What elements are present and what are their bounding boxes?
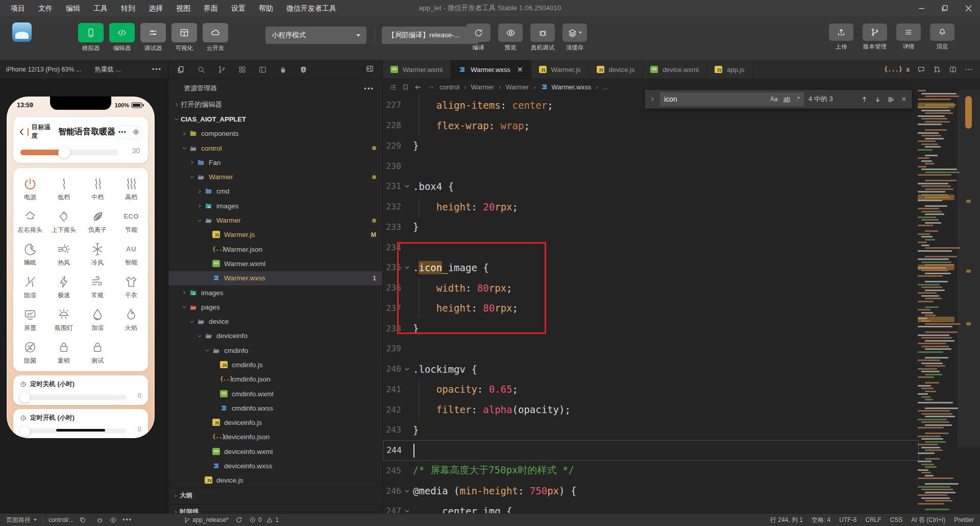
tree-item-fan[interactable]: Fan [168,155,382,170]
files-icon[interactable] [177,65,185,74]
problems-indicator[interactable]: 0 1 [249,516,279,523]
tree-item-cmd[interactable]: cmd [168,184,382,199]
breadcrumb-item-2[interactable]: Warmer [505,83,529,91]
match-case-icon[interactable]: Aa [770,95,778,103]
code-line-231[interactable]: 231 .box4 { [383,176,919,197]
close-find-icon[interactable] [900,95,908,103]
function-button-12[interactable]: 除湿 [13,271,47,303]
function-button-11[interactable]: AU 智能 [114,238,148,271]
preview-button[interactable] [498,23,523,42]
tree-item-deviceinfo-wxss[interactable]: deviceinfo.wxss [168,459,382,473]
maximize-icon[interactable] [933,0,957,16]
menu-item-6[interactable]: 视图 [169,0,197,16]
extensions-icon[interactable] [238,65,247,74]
page-path-dropdown[interactable]: 页面路径 [6,516,37,524]
status-item-6[interactable]: Prettier [954,516,974,523]
code-line-228[interactable]: 228 flex-wrap: wrap; [383,115,919,136]
sync-icon[interactable] [235,516,242,523]
menu-item-7[interactable]: 界面 [197,0,225,16]
find-in-selection-icon[interactable] [887,95,895,103]
function-button-6[interactable]: 负离子 [81,205,114,238]
slider-thumb[interactable] [19,392,30,403]
device-debug-button[interactable] [530,23,555,42]
close-icon[interactable] [957,0,980,16]
debugger-button[interactable] [140,23,166,42]
status-item-1[interactable]: 空格: 4 [812,516,830,524]
fold-chevron-icon[interactable] [401,366,413,372]
compile-select[interactable]: 【局部编译】release-... [382,27,479,44]
tree-item-cmdinfo-js[interactable]: JScmdinfo.js [168,357,382,372]
device-selector[interactable]: iPhone 12/13 (Pro) 63% ... [6,66,81,73]
code-line-243[interactable]: 243 } [383,420,919,440]
tree-item-project-root[interactable]: CIAS_AIOT_APPLET [168,112,382,126]
simulator-button[interactable] [78,23,104,42]
visualize-button[interactable] [172,23,197,42]
menu-item-2[interactable]: 编辑 [59,0,87,16]
function-button-5[interactable]: 上下摇头 [47,205,81,238]
shield-icon[interactable] [299,65,308,74]
hot-reload-toggle[interactable]: 热重载 ... [94,65,120,74]
function-button-22[interactable]: 测试 [81,336,114,369]
tree-item-components[interactable]: components [168,127,382,141]
menu-item-10[interactable]: 微信开发者工具 [280,0,343,16]
code-line-230[interactable]: 230 [383,156,919,176]
timer-slider[interactable] [19,392,127,402]
find-input[interactable] [664,95,741,103]
breadcrumb-item-0[interactable]: control [439,83,459,91]
cloud-dev-button[interactable] [203,23,228,42]
compile-button[interactable] [466,23,491,42]
avatar[interactable] [12,22,32,42]
code-line-247[interactable]: 247 .center img { [383,501,919,513]
code-line-239[interactable]: 239 [383,339,919,359]
git-branch-indicator[interactable]: app_release* [184,516,229,523]
temperature-slider[interactable] [20,147,118,158]
menu-item-1[interactable]: 文件 [32,0,59,16]
breadcrumb-item-3[interactable]: Warmer.wxss [541,83,592,91]
code-line-234[interactable]: 234 [383,237,919,257]
whole-word-icon[interactable]: ab [783,95,790,103]
function-button-21[interactable]: 童锁 [47,336,81,369]
code-line-244[interactable]: 244 [383,440,919,461]
function-button-13[interactable]: 极速 [47,271,81,303]
function-button-18[interactable]: 加湿 [81,303,114,336]
more-icon[interactable] [965,65,973,74]
messages-button[interactable] [930,23,954,41]
status-item-0[interactable]: 行 244, 列 1 [770,516,803,524]
nav-back-icon[interactable] [414,83,422,91]
mode-select[interactable]: 小程序模式 [265,27,366,44]
previous-match-icon[interactable] [861,95,868,103]
menu-item-3[interactable]: 工具 [87,0,114,16]
tree-item-warmer-wxss[interactable]: Warmer.wxss 1 [168,271,382,285]
slider-thumb[interactable] [19,426,30,437]
tree-item-device-js[interactable]: JSdevice.js [168,473,382,488]
collapse-sidebar-icon[interactable] [365,64,374,73]
preview-eye-icon[interactable] [109,516,117,524]
code-line-229[interactable]: 229 } [383,136,919,156]
tree-item-cmdinfo-json[interactable]: {..}cmdinfo.json [168,372,382,387]
search-icon[interactable] [197,65,206,74]
explorer-more-button[interactable]: ••• [364,85,374,92]
tree-item-warmer-wxml[interactable]: <>Warmer.wxml [168,256,382,271]
code-line-236[interactable]: 236 width: 80rpx; [383,278,919,298]
fold-chevron-icon[interactable] [401,183,413,189]
tab-Warmer.wxml[interactable]: <>Warmer.wxml [383,60,451,79]
next-match-icon[interactable] [874,95,881,103]
tree-item-device[interactable]: device [168,314,382,328]
pull-request-icon[interactable] [933,65,941,74]
simulator-more-button[interactable]: ••• [152,66,162,73]
minimap[interactable] [918,90,958,513]
outline-section[interactable]: 大纲 [168,488,382,503]
menu-item-5[interactable]: 选择 [142,0,169,16]
function-button-20[interactable]: 除菌 [13,336,47,369]
tree-item-warmer-json[interactable]: {..}Warmer.json [168,242,382,256]
code-line-241[interactable]: 241 opacity: 0.65; [383,379,919,400]
version-button[interactable] [863,23,887,41]
capsule-close-icon[interactable] [130,129,142,135]
editor-button[interactable] [109,23,135,42]
clear-cache-button[interactable] [562,23,587,42]
function-button-1[interactable]: 低档 [47,173,81,205]
menu-item-9[interactable]: 帮助 [252,0,280,16]
breadcrumb-item-4[interactable]: ... [602,83,608,91]
tree-item-images-root[interactable]: images [168,285,382,300]
hand-icon[interactable] [279,65,287,74]
